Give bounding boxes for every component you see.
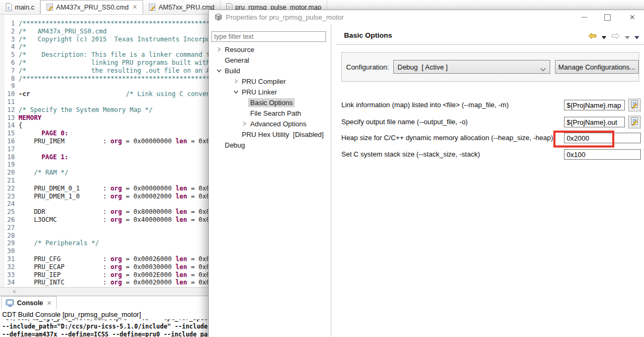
- line-number: 24: [0, 200, 18, 208]
- minimize-button[interactable]: [576, 10, 592, 24]
- tab-label: main.c: [15, 4, 34, 11]
- edit-variables-button[interactable]: [628, 99, 641, 111]
- tree-item-label: PRU Linker: [242, 88, 277, 96]
- tree-collapsed-icon[interactable]: [241, 120, 250, 127]
- line-number: 30: [0, 247, 18, 255]
- tree-item-label: Basic Options: [248, 98, 295, 107]
- c-file-icon: c: [5, 3, 12, 11]
- configuration-value: Debug [ Active ]: [398, 63, 448, 71]
- page-title: Basic Options: [344, 31, 392, 39]
- line-number: 10: [0, 90, 18, 98]
- line-number: 7: [0, 67, 18, 75]
- tree-item-label: PRU Hex Utility [Disabled]: [242, 131, 324, 139]
- chevron-down-icon: [540, 65, 546, 73]
- field-input-1[interactable]: [564, 117, 625, 127]
- line-number: 5: [0, 51, 18, 59]
- line-number: 6: [0, 59, 18, 67]
- manage-configurations-button[interactable]: Manage Configurations...: [555, 60, 639, 74]
- field-label: Specify output file name (--output_file,…: [341, 117, 467, 127]
- tree-item-label: File Search Path: [250, 109, 301, 117]
- svg-text:c: c: [7, 5, 10, 11]
- maximize-button[interactable]: [599, 10, 615, 24]
- scroll-left-arrow[interactable]: <: [13, 288, 16, 295]
- forward-arrow-icon[interactable]: [611, 32, 620, 41]
- console-icon: [6, 299, 14, 307]
- line-number: 2: [0, 28, 18, 36]
- tree-collapsed-icon[interactable]: [215, 46, 225, 53]
- tree-item-pru-compiler[interactable]: PRU Compiler: [232, 76, 286, 86]
- configuration-group: Configuration: Debug [ Active ] Manage C…: [341, 52, 639, 82]
- line-number: 16: [0, 137, 18, 145]
- edit-variables-button[interactable]: [628, 116, 641, 128]
- tree-item-label: Build: [225, 67, 240, 75]
- history-navigation: [588, 32, 639, 41]
- line-number: 31: [0, 255, 18, 263]
- tree-item-label: Advanced Options: [250, 120, 306, 128]
- dialog-tree-panel: ResourceGeneralBuildPRU CompilerPRU Link…: [209, 24, 331, 337]
- tree-item-file-search-path[interactable]: File Search Path: [241, 108, 301, 118]
- tree-item-pru-hex-utility-disabled-[interactable]: PRU Hex Utility [Disabled]: [232, 129, 324, 139]
- edit-file-icon: [630, 117, 639, 128]
- cmd-file-icon: [46, 3, 54, 11]
- field-input-2[interactable]: [564, 133, 641, 143]
- tree-expanded-icon[interactable]: [232, 88, 242, 96]
- line-number: 17: [0, 145, 18, 153]
- close-icon[interactable]: ✕: [47, 300, 51, 307]
- view-menu-caret[interactable]: [634, 32, 639, 41]
- dialog-title: Properties for pru_rpmsg_pulse_motor: [226, 13, 344, 21]
- line-number: 20: [0, 169, 18, 177]
- field-input-3[interactable]: [564, 149, 641, 160]
- properties-dialog: Properties for pru_rpmsg_pulse_motor ✕ R…: [208, 10, 644, 337]
- tree-item-label: General: [225, 56, 249, 64]
- field-label: Heap size for C/C++ dynamic memory alloc…: [341, 133, 553, 143]
- manage-configurations-label: Manage Configurations...: [558, 63, 635, 71]
- back-arrow-icon[interactable]: [588, 32, 597, 41]
- tree-item-label: PRU Compiler: [242, 77, 286, 85]
- field-input-0[interactable]: [564, 100, 625, 110]
- line-number: 3: [0, 36, 18, 44]
- line-number: 18: [0, 153, 18, 161]
- tab-label: AM57xx_PRU.cmd: [158, 4, 215, 11]
- line-number: 28: [0, 232, 18, 240]
- tree-item-debug[interactable]: Debug: [215, 140, 245, 150]
- tree-expanded-icon[interactable]: [215, 67, 225, 74]
- tree-item-basic-options[interactable]: Basic Options: [241, 98, 295, 107]
- line-number: 21: [0, 177, 18, 185]
- line-number: 23: [0, 193, 18, 201]
- tab-console[interactable]: Console ✕: [1, 296, 57, 309]
- tree-item-label: Resource: [225, 46, 254, 54]
- cmd-file-icon: [148, 3, 156, 11]
- line-number: 19: [0, 161, 18, 169]
- forward-dropdown-caret[interactable]: [625, 32, 630, 41]
- line-number: 12: [0, 106, 18, 114]
- edit-file-icon: [630, 100, 639, 111]
- configuration-dropdown[interactable]: Debug [ Active ]: [393, 60, 550, 74]
- line-number: 22: [0, 185, 18, 193]
- line-number: 33: [0, 271, 18, 279]
- console-tab-label: Console: [17, 299, 43, 307]
- tree-item-label: Debug: [225, 141, 245, 149]
- tree-item-advanced-options[interactable]: Advanced Options: [241, 119, 306, 128]
- line-number: 26: [0, 216, 18, 224]
- editor-tab-main-c[interactable]: cmain.c: [0, 0, 40, 14]
- line-number: 13: [0, 114, 18, 122]
- line-number: 8: [0, 75, 18, 83]
- editor-tab-am437x-pru-ss0-cmd[interactable]: AM437x_PRU_SS0.cmd✕: [40, 0, 143, 14]
- close-button[interactable]: ✕: [624, 10, 640, 24]
- tree-collapsed-icon[interactable]: [232, 77, 242, 85]
- line-number: 11: [0, 98, 18, 106]
- dialog-titlebar[interactable]: Properties for pru_rpmsg_pulse_motor ✕: [209, 10, 644, 24]
- back-dropdown-caret[interactable]: [602, 32, 606, 41]
- line-number: 4: [0, 43, 18, 51]
- tab-label: AM437x_PRU_SS0.cmd: [56, 4, 129, 11]
- filter-input[interactable]: [211, 31, 326, 42]
- line-number: 14: [0, 122, 18, 129]
- tree-item-resource[interactable]: Resource: [215, 45, 254, 54]
- line-number: 34: [0, 279, 18, 287]
- line-number: 27: [0, 224, 18, 232]
- tree-item-build[interactable]: Build: [215, 66, 240, 75]
- tree-item-pru-linker[interactable]: PRU Linker: [232, 87, 277, 97]
- close-icon[interactable]: ✕: [133, 4, 137, 11]
- dialog-content-panel: Basic Options Configuration: Debug [ Act…: [334, 24, 644, 337]
- tree-item-general[interactable]: General: [215, 55, 249, 65]
